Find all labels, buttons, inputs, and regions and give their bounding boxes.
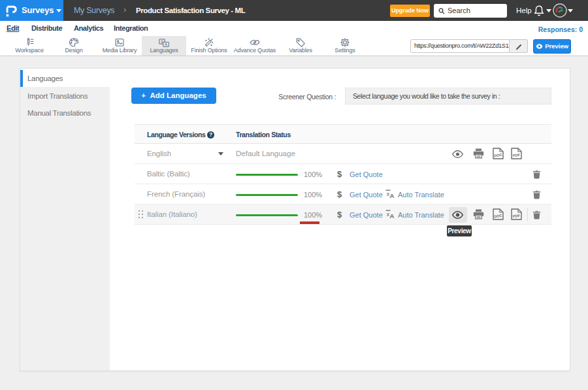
svg-text:A: A	[390, 212, 395, 219]
svg-text:PDF: PDF	[512, 153, 520, 158]
svg-text:PDF: PDF	[512, 214, 520, 219]
svg-text:DOC: DOC	[494, 153, 502, 158]
svg-text:A: A	[390, 192, 395, 199]
svg-text:?: ?	[209, 131, 212, 138]
svg-text:A: A	[165, 42, 167, 46]
svg-text:Ɔ: Ɔ	[161, 40, 163, 44]
svg-text:DOC: DOC	[494, 214, 502, 219]
